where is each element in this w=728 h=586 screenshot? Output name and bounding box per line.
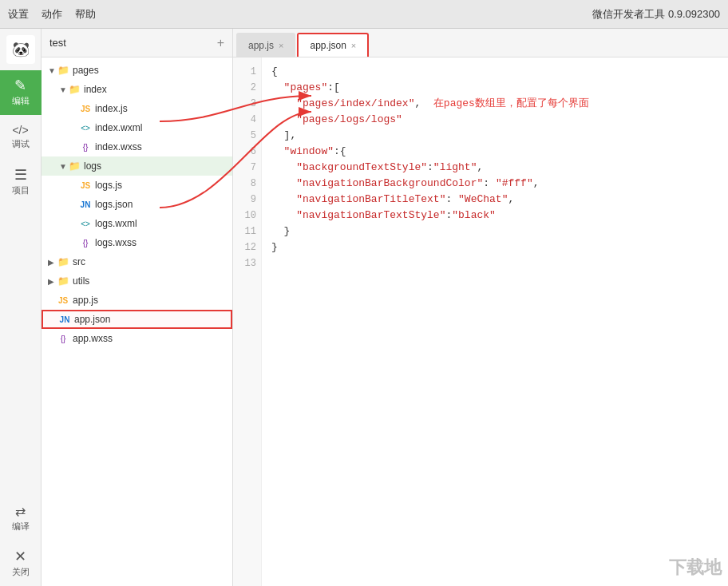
editor-tabs: app.js × app.json × — [233, 29, 728, 57]
code-line-9: "navigationBarTitleText": "WeChat", — [271, 192, 718, 208]
menu-settings[interactable]: 设置 — [8, 7, 29, 22]
debug-icon: </> — [12, 125, 28, 136]
filename-app-json: app.json — [74, 314, 231, 325]
tree-item-logs-wxml[interactable]: ▶ <> logs.wxml — [42, 214, 232, 233]
app-title: 微信开发者工具 0.9.092300 — [592, 7, 720, 22]
code-line-6: "window":{ — [271, 144, 718, 160]
close-icon: ✕ — [14, 549, 26, 564]
filename-utils: utils — [73, 275, 232, 287]
code-line-11: } — [271, 224, 718, 240]
folder-icon-logs: 📁 — [67, 160, 81, 172]
compile-label: 编译 — [12, 521, 30, 533]
tree-item-app-wxss[interactable]: ▶ {} app.wxss — [42, 329, 232, 348]
editor-panel: app.js × app.json × 1 2 3 4 5 6 7 — [233, 29, 728, 586]
code-line-2: "pages":[ — [271, 80, 718, 96]
file-tree-header: test + — [42, 29, 232, 57]
sidebar-item-edit[interactable]: ✎ 编辑 — [0, 70, 42, 115]
folder-icon-src: 📁 — [56, 256, 70, 267]
filename-index-wxss: index.wxss — [95, 141, 232, 152]
edit-label: 编辑 — [12, 95, 30, 107]
code-line-13 — [271, 255, 718, 271]
code-content[interactable]: { "pages":[ "pages/index/index", 在pages数… — [262, 57, 728, 586]
arrow-utils: ▶ — [48, 277, 56, 286]
arrow-pages: ▼ — [48, 66, 56, 75]
code-line-10: "navigationBarTextStyle":"black" — [271, 208, 718, 224]
menu-help[interactable]: 帮助 — [75, 7, 96, 22]
tree-item-index-wxss[interactable]: ▶ {} index.wxss — [42, 137, 232, 156]
line-numbers: 1 2 3 4 5 6 7 8 9 10 11 12 13 — [233, 57, 262, 586]
json-icon-logs: JN — [78, 200, 93, 209]
filename-index: index — [84, 84, 232, 95]
arrow-logs: ▼ — [59, 162, 67, 171]
filename-pages: pages — [73, 65, 232, 76]
tree-item-index-wxml[interactable]: ▶ <> index.wxml — [42, 118, 232, 137]
filename-index-wxml: index.wxml — [95, 122, 232, 133]
code-line-4: "pages/logs/logs" — [271, 112, 718, 128]
tree-item-app-js[interactable]: ▶ JS app.js — [42, 291, 232, 310]
edit-icon: ✎ — [14, 78, 26, 93]
menu-bar[interactable]: 设置 动作 帮助 — [8, 7, 96, 22]
tab-app-json-label: app.json — [310, 40, 346, 51]
sidebar-item-compile[interactable]: ⇄ 编译 — [0, 497, 42, 541]
tree-item-logs-folder[interactable]: ▼ 📁 logs — [42, 156, 232, 176]
filename-logs-folder: logs — [84, 160, 232, 172]
wxml-icon-logs: <> — [78, 220, 93, 228]
tab-app-js-close[interactable]: × — [279, 41, 283, 50]
project-label: 项目 — [12, 184, 30, 196]
tree-item-app-json[interactable]: ▶ JN app.json — [42, 310, 232, 329]
file-tree-panel: test + ▼ 📁 pages ▼ 📁 index ▶ — [42, 29, 233, 586]
sidebar-item-close[interactable]: ✕ 关闭 — [0, 541, 42, 586]
project-icon: ☰ — [14, 168, 27, 182]
menu-actions[interactable]: 动作 — [42, 7, 62, 22]
tab-app-json[interactable]: app.json × — [297, 33, 369, 57]
code-line-8: "navigationBarBackgroundColor": "#fff", — [271, 176, 718, 192]
json-icon-app: JN — [57, 315, 72, 324]
tree-item-logs-js[interactable]: ▶ JS logs.js — [42, 176, 232, 195]
arrow-index: ▼ — [59, 85, 67, 94]
tab-app-json-close[interactable]: × — [351, 41, 356, 50]
code-line-1: { — [271, 64, 718, 80]
file-tree-body: ▼ 📁 pages ▼ 📁 index ▶ JS index.js — [42, 57, 232, 586]
folder-icon-index: 📁 — [67, 84, 81, 95]
compile-icon: ⇄ — [15, 505, 26, 518]
tree-item-index-js[interactable]: ▶ JS index.js — [42, 99, 232, 118]
arrow-src: ▶ — [48, 258, 56, 267]
filename-logs-wxml: logs.wxml — [95, 218, 232, 229]
tree-item-utils[interactable]: ▶ 📁 utils — [42, 271, 232, 291]
close-label: 关闭 — [12, 566, 30, 578]
filename-app-wxss: app.wxss — [73, 333, 232, 344]
code-line-3: "pages/index/index", 在pages数组里，配置了每个界面 — [271, 96, 718, 112]
filename-logs-js: logs.js — [95, 180, 232, 191]
sidebar-nav: 🐼 ✎ 编辑 </> 调试 ☰ 项目 ⇄ 编译 — [0, 29, 42, 586]
title-bar: 设置 动作 帮助 微信开发者工具 0.9.092300 — [0, 0, 728, 29]
wxss-icon-app: {} — [56, 335, 70, 343]
filename-index-js: index.js — [95, 103, 232, 114]
tab-app-js[interactable]: app.js × — [236, 33, 295, 57]
filename-app-js: app.js — [73, 295, 232, 306]
code-line-7: "backgroundTextStyle":"light", — [271, 160, 718, 176]
tree-item-pages[interactable]: ▼ 📁 pages — [42, 61, 232, 80]
tree-item-logs-json[interactable]: ▶ JN logs.json — [42, 195, 232, 214]
code-line-5: ], — [271, 128, 718, 144]
debug-label: 调试 — [12, 138, 30, 150]
js-icon-app: JS — [56, 296, 70, 305]
tab-app-js-label: app.js — [248, 40, 274, 51]
code-line-12: } — [271, 240, 718, 255]
folder-icon-pages: 📁 — [56, 65, 70, 76]
code-editor[interactable]: 1 2 3 4 5 6 7 8 9 10 11 12 13 { "pages": — [233, 57, 728, 586]
sidebar-item-project[interactable]: ☰ 项目 — [0, 160, 42, 204]
tree-item-index[interactable]: ▼ 📁 index — [42, 80, 232, 99]
filename-logs-wxss: logs.wxss — [95, 237, 232, 248]
js-icon-logs: JS — [78, 181, 93, 190]
sidebar-item-debug[interactable]: </> 调试 — [0, 115, 42, 160]
wxml-icon-index: <> — [78, 124, 93, 133]
wxss-icon-logs: {} — [78, 239, 93, 247]
tree-item-src[interactable]: ▶ 📁 src — [42, 252, 232, 271]
filename-logs-json: logs.json — [95, 199, 232, 210]
js-icon-index: JS — [78, 105, 93, 113]
avatar: 🐼 — [6, 35, 35, 64]
add-file-button[interactable]: + — [217, 36, 224, 50]
project-name: test — [49, 37, 66, 49]
wxss-icon-index: {} — [78, 143, 93, 152]
tree-item-logs-wxss[interactable]: ▶ {} logs.wxss — [42, 233, 232, 252]
